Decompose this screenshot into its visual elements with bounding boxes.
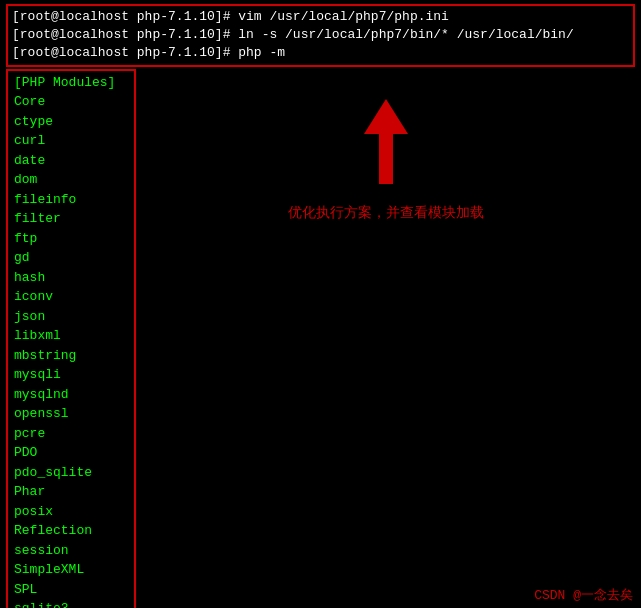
list-item: Reflection — [14, 521, 128, 541]
module-list-area: [PHP Modules] Corectypecurldatedomfilein… — [6, 69, 635, 608]
php-modules-label: [PHP Modules] — [14, 73, 128, 93]
terminal: [root@localhost php-7.1.10]# vim /usr/lo… — [0, 0, 641, 608]
cmd-text-2: ln -s /usr/local/php7/bin/* /usr/local/b… — [238, 27, 573, 42]
watermark: CSDN @一念去矣 — [534, 586, 633, 604]
list-item: curl — [14, 131, 128, 151]
list-item: mysqlnd — [14, 385, 128, 405]
list-item: hash — [14, 268, 128, 288]
list-item: date — [14, 151, 128, 171]
command-block: [root@localhost php-7.1.10]# vim /usr/lo… — [6, 4, 635, 67]
cmd-text-1: vim /usr/local/php7/php.ini — [238, 9, 449, 24]
list-item: Phar — [14, 482, 128, 502]
list-item: SPL — [14, 580, 128, 600]
list-item: dom — [14, 170, 128, 190]
list-item: ftp — [14, 229, 128, 249]
cmd-line-3: [root@localhost php-7.1.10]# php -m — [12, 44, 629, 62]
list-item: pdo_sqlite — [14, 463, 128, 483]
list-item: fileinfo — [14, 190, 128, 210]
list-item: iconv — [14, 287, 128, 307]
arrow-up-icon — [364, 99, 408, 134]
list-item: Core — [14, 92, 128, 112]
prompt-1: [root@localhost php-7.1.10]# — [12, 9, 230, 24]
list-item: PDO — [14, 443, 128, 463]
arrow-stem — [379, 134, 393, 184]
list-item: ctype — [14, 112, 128, 132]
prompt-2: [root@localhost php-7.1.10]# — [12, 27, 230, 42]
list-item: openssl — [14, 404, 128, 424]
annotation-text: 优化执行方案，并查看模块加载 — [288, 204, 484, 222]
list-item: gd — [14, 248, 128, 268]
list-item: mysqli — [14, 365, 128, 385]
prompt-3: [root@localhost php-7.1.10]# — [12, 45, 230, 60]
list-item: sqlite3 — [14, 599, 128, 608]
right-panel: 优化执行方案，并查看模块加载 — [136, 69, 635, 608]
list-item: SimpleXML — [14, 560, 128, 580]
list-item: pcre — [14, 424, 128, 444]
cmd-line-2: [root@localhost php-7.1.10]# ln -s /usr/… — [12, 26, 629, 44]
cmd-text-3: php -m — [238, 45, 285, 60]
list-item: json — [14, 307, 128, 327]
list-item: mbstring — [14, 346, 128, 366]
list-item: session — [14, 541, 128, 561]
cmd-line-1: [root@localhost php-7.1.10]# vim /usr/lo… — [12, 8, 629, 26]
arrow-container — [364, 99, 408, 184]
list-item: posix — [14, 502, 128, 522]
list-item: libxml — [14, 326, 128, 346]
left-panel: [PHP Modules] Corectypecurldatedomfilein… — [6, 69, 136, 608]
list-item: filter — [14, 209, 128, 229]
module-list: Corectypecurldatedomfileinfofilterftpgdh… — [14, 92, 128, 608]
